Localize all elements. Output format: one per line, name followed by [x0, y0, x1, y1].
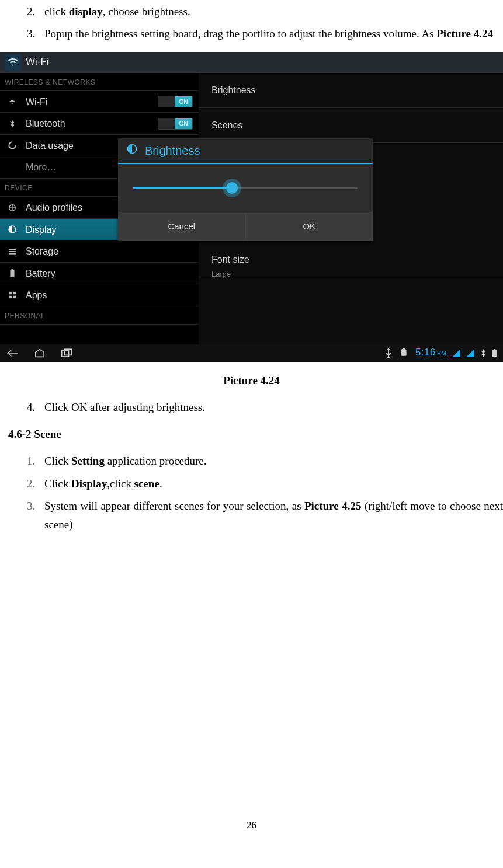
svg-rect-14 [62, 350, 69, 356]
list-text: System will appear different scenes for … [44, 497, 503, 535]
list-number: 1. [23, 452, 44, 470]
bluetooth-toggle[interactable]: ON [158, 118, 193, 130]
list-number: 3. [23, 25, 44, 43]
battery-icon [6, 269, 19, 278]
section-personal: PERSONAL [0, 306, 199, 325]
list-number: 2. [23, 475, 44, 493]
figure-caption: Picture 4.24 [0, 371, 503, 390]
dialog-title: Brightness [145, 141, 200, 161]
display-icon [6, 225, 19, 234]
list-item-4: 4. Click OK after adjusting brightness. [23, 398, 503, 417]
sidebar-item-wifi[interactable]: Wi-Fi ON [0, 91, 199, 113]
list-text: Popup the brightness setting board, drag… [44, 25, 503, 43]
svg-rect-9 [9, 292, 11, 294]
sidebar-item-battery[interactable]: Battery [0, 263, 199, 285]
sidebar-label: Audio profiles [26, 200, 82, 215]
svg-rect-16 [401, 351, 407, 355]
font-size-value: Large [211, 268, 503, 281]
signal-icon-2 [466, 349, 474, 357]
detail-brightness[interactable]: Brightness [199, 73, 503, 108]
svg-rect-6 [9, 253, 16, 254]
list-text: Click Display,click scene. [44, 475, 503, 493]
clock: 5:16PM [415, 344, 446, 361]
battery-status-icon [492, 349, 497, 357]
sidebar-item-apps[interactable]: Apps [0, 284, 199, 306]
wifi-toggle[interactable]: ON [158, 96, 193, 107]
detail-font-size[interactable]: Font size Large [199, 248, 503, 277]
wifi-app-icon [5, 54, 21, 71]
svg-rect-20 [494, 349, 496, 350]
svg-rect-8 [11, 269, 13, 270]
sidebar-label: Bluetooth [26, 116, 65, 131]
list-item-2: 2. click display, choose brightness. [23, 2, 503, 21]
wifi-icon [6, 97, 19, 106]
svg-rect-12 [13, 296, 15, 298]
ok-button[interactable]: OK [246, 212, 373, 241]
section-heading: 4.6-2 Scene [8, 425, 503, 444]
usb-icon [385, 348, 392, 358]
bluetooth-status-icon [480, 349, 486, 357]
signal-icon [452, 349, 460, 357]
bluetooth-icon [6, 120, 19, 128]
brightness-dialog: Brightness Cancel OK [118, 138, 373, 241]
list-text: Click OK after adjusting brightness. [44, 398, 503, 417]
scene-item-1: 1. Click Setting application procedure. [23, 452, 503, 470]
audio-icon [6, 203, 19, 212]
dialog-header: Brightness [118, 138, 373, 164]
home-icon[interactable] [34, 348, 46, 358]
screenshot-header: Wi-Fi [0, 52, 503, 73]
recents-icon[interactable] [61, 348, 74, 358]
sidebar-label: Storage [26, 243, 58, 259]
svg-rect-19 [492, 350, 497, 356]
list-number: 3. [23, 497, 44, 535]
sidebar-label: Display [26, 222, 56, 238]
apps-icon [6, 291, 19, 299]
svg-rect-15 [65, 349, 72, 355]
list-number: 4. [23, 398, 44, 417]
svg-rect-4 [9, 249, 16, 250]
dialog-body [118, 164, 373, 212]
sidebar-label: More… [26, 159, 56, 175]
list-item-3: 3. Popup the brightness setting board, d… [23, 25, 503, 43]
svg-rect-5 [9, 251, 16, 252]
data-usage-icon [6, 141, 19, 150]
section-wireless: WIRELESS & NETWORKS [0, 73, 199, 91]
scene-item-3: 3. System will appear different scenes f… [23, 497, 503, 535]
sidebar-label: Data usage [26, 138, 74, 154]
scene-item-2: 2. Click Display,click scene. [23, 475, 503, 493]
sidebar-item-storage[interactable]: Storage [0, 240, 199, 263]
slider-thumb[interactable] [226, 182, 238, 194]
sidebar-label: Wi-Fi [26, 94, 47, 110]
android-navbar: 5:16PM [0, 344, 503, 362]
screenshot-android-settings: Wi-Fi WIRELESS & NETWORKS Wi-Fi ON Bluet… [0, 52, 503, 362]
cancel-button[interactable]: Cancel [118, 212, 246, 241]
list-number: 2. [23, 2, 44, 21]
svg-rect-11 [9, 296, 11, 298]
header-title: Wi-Fi [26, 54, 49, 71]
sidebar-label: Apps [26, 287, 47, 303]
back-icon[interactable] [6, 348, 19, 358]
sidebar-label: Battery [26, 266, 55, 281]
android-icon [398, 348, 410, 358]
svg-rect-7 [10, 270, 14, 277]
storage-icon [6, 247, 19, 256]
brightness-icon [126, 141, 138, 161]
page-number: 26 [0, 817, 503, 834]
detail-scenes[interactable]: Scenes [199, 108, 503, 143]
brightness-slider[interactable] [133, 187, 358, 189]
sidebar-item-bluetooth[interactable]: Bluetooth ON [0, 113, 199, 135]
list-text: click display, choose brightness. [44, 2, 503, 21]
list-text: Click Setting application procedure. [44, 452, 503, 470]
svg-rect-10 [13, 292, 15, 294]
